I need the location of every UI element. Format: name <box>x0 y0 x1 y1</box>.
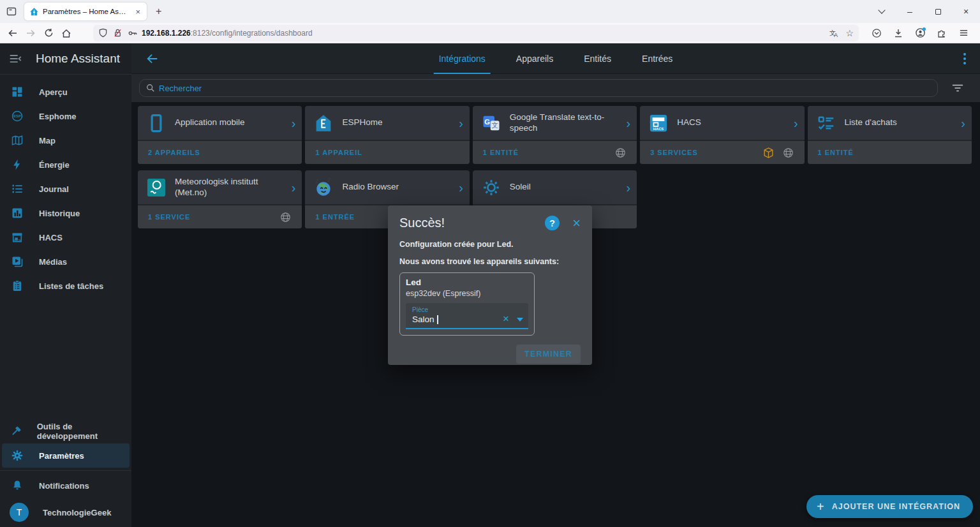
integration-card-application-mobile[interactable]: Application mobile › 2 APPAREILS <box>138 106 302 164</box>
filter-icon[interactable] <box>938 84 972 93</box>
card-footer[interactable]: 1 SERVICE <box>138 204 302 228</box>
hammer-icon <box>10 425 23 438</box>
web-icon[interactable] <box>279 211 292 223</box>
firefox-view-icon[interactable] <box>0 0 23 23</box>
extensions-icon[interactable] <box>933 25 951 41</box>
sidebar-item-energie[interactable]: Énergie <box>2 152 130 177</box>
card-footer[interactable]: 2 APPAREILS <box>138 140 302 164</box>
downloads-icon[interactable] <box>889 25 907 41</box>
finish-button[interactable]: TERMINER <box>516 345 581 364</box>
sidebar-header: Home Assistant <box>0 43 131 75</box>
back-button[interactable] <box>4 25 22 41</box>
sidebar-item-map[interactable]: Map <box>2 128 130 152</box>
esphome-house-icon <box>310 113 337 133</box>
account-icon[interactable] <box>911 25 929 41</box>
svg-text:HACS: HACS <box>14 240 21 242</box>
sidebar-item-hacs[interactable]: HACS HACS <box>2 225 130 249</box>
svg-text:ESP: ESP <box>13 114 21 118</box>
search-row <box>131 74 980 102</box>
back-arrow-icon[interactable] <box>131 52 174 66</box>
radio-browser-icon: ♪♪ <box>310 177 337 198</box>
tab-entrees[interactable]: Entrées <box>627 43 688 74</box>
home-assistant-favicon <box>29 7 39 17</box>
add-integration-button[interactable]: + AJOUTER UNE INTÉGRATION <box>806 495 973 518</box>
sidebar-item-journal[interactable]: Journal <box>2 177 130 201</box>
forward-button[interactable] <box>22 25 40 41</box>
search-box[interactable] <box>139 79 938 97</box>
journal-icon <box>10 182 25 195</box>
sidebar-item-notifications[interactable]: Notifications <box>2 473 130 498</box>
svg-text:文: 文 <box>491 121 498 128</box>
browser-titlebar: Paramètres – Home Assistant × + – × <box>0 0 980 23</box>
text-cursor <box>437 315 438 324</box>
reload-button[interactable] <box>40 25 57 41</box>
view-dashboard-icon <box>10 85 25 98</box>
chevron-right-icon[interactable]: › <box>961 117 965 130</box>
chevron-right-icon[interactable]: › <box>459 181 463 194</box>
tab-entites[interactable]: Entités <box>568 43 627 74</box>
svg-text:G: G <box>484 117 490 125</box>
home-button[interactable] <box>57 25 75 41</box>
help-icon[interactable]: ? <box>545 216 560 230</box>
integration-card-metno[interactable]: Meteorologisk institutt (Met.no) › 1 SER… <box>138 170 302 228</box>
shield-icon[interactable] <box>98 28 108 38</box>
sidebar-item-historique[interactable]: Historique <box>2 201 130 225</box>
dropdown-caret-icon[interactable] <box>517 318 523 322</box>
sidebar-item-esphome[interactable]: ESP Esphome <box>2 104 130 128</box>
svg-text:HACS: HACS <box>653 126 664 130</box>
key-icon[interactable] <box>128 28 138 38</box>
area-input[interactable] <box>412 315 476 324</box>
search-icon <box>146 84 155 93</box>
window-minimize-button[interactable]: – <box>896 0 924 23</box>
web-icon[interactable] <box>782 147 794 159</box>
success-dialog: Succès! ? × Configuration créée pour Led… <box>388 205 592 365</box>
lock-disabled-icon[interactable] <box>113 28 122 38</box>
integration-card-liste-dachats[interactable]: Liste d'achats › 1 ENTITÉ <box>808 106 972 164</box>
chevron-right-icon[interactable]: › <box>627 117 631 130</box>
sidebar-item-profile[interactable]: T TechnologieGeek <box>2 498 130 527</box>
sidebar-item-listes-de-taches[interactable]: Listes de tâches <box>2 274 130 298</box>
integration-card-hacs[interactable]: HACS HACS › 3 SERVICES <box>640 106 804 164</box>
url-text[interactable]: 192.168.1.226:8123/config/integrations/d… <box>142 29 829 38</box>
integration-card-esphome[interactable]: ESPHome › 1 APPAREIL <box>305 106 469 164</box>
new-tab-button[interactable]: + <box>148 6 169 17</box>
url-bar[interactable]: 192.168.1.226:8123/config/integrations/d… <box>93 25 859 41</box>
sidebar-item-parametres[interactable]: Paramètres <box>2 443 130 468</box>
bookmark-star-icon[interactable]: ☆ <box>845 28 854 38</box>
web-icon[interactable] <box>614 147 627 159</box>
chevron-right-icon[interactable]: › <box>794 117 798 130</box>
card-footer[interactable]: 1 ENTITÉ <box>473 140 637 164</box>
browser-tab[interactable]: Paramètres – Home Assistant × <box>24 3 147 20</box>
sidebar-item-medias[interactable]: Médias <box>2 249 130 274</box>
topbar: Intégrations Appareils Entités Entrées <box>131 43 980 74</box>
chevron-right-icon[interactable]: › <box>292 181 296 194</box>
tab-appareils[interactable]: Appareils <box>501 43 568 74</box>
metno-icon <box>143 177 170 198</box>
kebab-menu-icon[interactable] <box>949 53 980 64</box>
sidebar-item-dev-tools[interactable]: Outils de développement <box>2 419 130 443</box>
search-input[interactable] <box>159 84 931 93</box>
menu-open-icon[interactable] <box>8 52 23 66</box>
chevron-right-icon[interactable]: › <box>292 117 296 130</box>
card-footer[interactable]: 1 APPAREIL <box>305 140 469 164</box>
clear-icon[interactable]: × <box>503 313 509 324</box>
card-footer[interactable]: 3 SERVICES <box>640 140 804 164</box>
pocket-icon[interactable] <box>868 25 886 41</box>
menu-icon[interactable] <box>954 25 972 41</box>
chevron-right-icon[interactable]: › <box>627 181 631 194</box>
tab-integrations[interactable]: Intégrations <box>424 43 501 74</box>
integration-card-google-translate[interactable]: G文 Google Translate text-to-speech › 1 E… <box>473 106 637 164</box>
chevron-right-icon[interactable]: › <box>459 117 463 130</box>
tab-close-icon[interactable]: × <box>134 7 142 17</box>
sidebar-item-apercu[interactable]: Aperçu <box>2 80 130 104</box>
shopping-list-icon <box>813 114 840 133</box>
gear-icon <box>10 449 25 462</box>
translate-icon[interactable]: 文A <box>829 28 839 38</box>
window-close-button[interactable]: × <box>952 0 980 23</box>
package-icon[interactable] <box>762 147 775 159</box>
window-maximize-button[interactable] <box>924 0 952 23</box>
area-field[interactable]: Pièce × <box>406 303 528 329</box>
card-footer[interactable]: 1 ENTITÉ <box>808 140 972 164</box>
tabs-dropdown-icon[interactable] <box>868 0 896 23</box>
close-icon[interactable]: × <box>572 216 581 230</box>
